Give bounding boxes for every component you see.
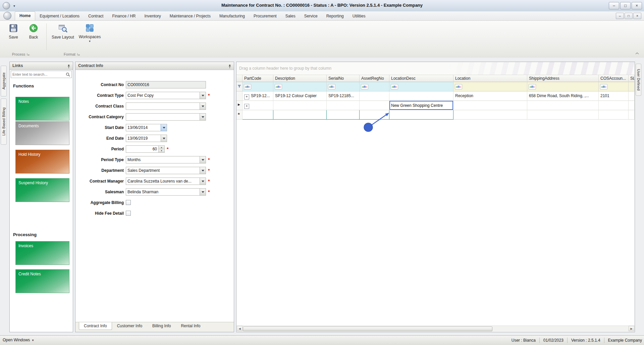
quick-access-caret-icon[interactable]: ▾ bbox=[13, 4, 15, 8]
filter-cell-description[interactable]: aBc bbox=[273, 82, 327, 91]
column-header-serialno[interactable]: SerialNo bbox=[327, 75, 360, 82]
column-header-sl[interactable]: SL bbox=[629, 75, 635, 82]
save-layout-button[interactable]: Save Layout bbox=[49, 22, 76, 52]
suspend-history-button[interactable]: Suspend History bbox=[15, 178, 69, 202]
grid-cell[interactable] bbox=[453, 101, 527, 110]
column-header-assetregno[interactable]: AssetRegNo bbox=[360, 75, 389, 82]
grid-cell[interactable]: SP19-12185... bbox=[327, 91, 360, 101]
side-tab-user-defined[interactable]: User Defined bbox=[636, 64, 641, 96]
document-close-button[interactable]: × bbox=[633, 13, 641, 19]
filter-cell-sl[interactable] bbox=[629, 82, 635, 91]
aggregate-billing-checkbox[interactable] bbox=[126, 200, 131, 205]
chevron-down-icon[interactable] bbox=[161, 124, 167, 131]
chevron-down-icon[interactable] bbox=[200, 189, 206, 195]
contract-category-select[interactable] bbox=[126, 113, 206, 121]
end-date-field[interactable]: 13/06/2019 bbox=[126, 135, 167, 142]
hide-fee-detail-checkbox[interactable] bbox=[126, 211, 131, 216]
filter-type-abc-icon[interactable]: aBc bbox=[529, 84, 536, 89]
chevron-down-icon[interactable] bbox=[200, 167, 206, 174]
filter-cell-assetregno[interactable]: aBc bbox=[360, 82, 389, 91]
contract-type-select[interactable]: Cost Per Copy bbox=[126, 92, 206, 99]
links-search-input[interactable] bbox=[11, 71, 67, 78]
chevron-down-icon[interactable] bbox=[161, 135, 167, 142]
filter-type-abc-icon[interactable]: aBc bbox=[244, 84, 251, 89]
edit-row-indicator[interactable]: ▶ bbox=[236, 101, 243, 110]
save-button[interactable]: Save bbox=[3, 22, 23, 52]
chevron-down-icon[interactable] bbox=[200, 92, 206, 99]
spin-down-icon[interactable]: ▾ bbox=[159, 149, 164, 153]
collapse-ribbon-button[interactable] bbox=[634, 51, 640, 56]
row-indicator[interactable] bbox=[236, 91, 243, 101]
grid-cell[interactable] bbox=[360, 101, 389, 110]
format-dialog-launcher-icon[interactable] bbox=[77, 52, 80, 56]
workspaces-button[interactable]: Workspaces ▾ bbox=[76, 22, 103, 52]
tab-service[interactable]: Service bbox=[300, 12, 322, 20]
grid-cell[interactable]: + bbox=[243, 101, 273, 110]
minimize-button[interactable]: – bbox=[609, 2, 619, 9]
grid-cell[interactable] bbox=[629, 91, 635, 101]
start-date-field[interactable]: 13/06/2014 bbox=[126, 124, 167, 131]
grid-cell[interactable]: Reception bbox=[453, 91, 527, 101]
tab-customer-info[interactable]: Customer Info bbox=[112, 322, 147, 330]
chevron-down-icon[interactable] bbox=[200, 114, 206, 120]
tab-finance-hr[interactable]: Finance / HR bbox=[108, 12, 140, 20]
column-header-partcode[interactable]: PartCode bbox=[243, 75, 273, 82]
period-stepper[interactable]: 60 ▴▾ bbox=[126, 145, 165, 153]
process-dialog-launcher-icon[interactable] bbox=[27, 52, 30, 56]
pin-icon[interactable] bbox=[228, 64, 232, 68]
new-row-indicator[interactable]: * bbox=[236, 110, 243, 120]
grid-cell[interactable] bbox=[360, 91, 389, 101]
salesman-select[interactable]: Belinda Sharman bbox=[126, 188, 206, 196]
tab-rental-info[interactable]: Rental Info bbox=[176, 322, 205, 330]
locationdesc-edit-input[interactable] bbox=[390, 103, 452, 108]
tab-procurement[interactable]: Procurement bbox=[249, 12, 281, 20]
maximize-button[interactable]: □ bbox=[620, 2, 631, 9]
filter-type-abc-icon[interactable]: aBc bbox=[600, 84, 607, 89]
search-icon[interactable] bbox=[66, 72, 70, 78]
expand-row-icon[interactable]: + bbox=[244, 104, 249, 109]
contract-class-select[interactable] bbox=[126, 102, 206, 110]
side-tab-aggregate[interactable]: Aggregate bbox=[1, 66, 7, 96]
side-tab-life-based-billing[interactable]: Life Based Billing bbox=[1, 98, 7, 145]
contract-no-field[interactable]: CO0000016 bbox=[126, 81, 206, 88]
expand-row-icon[interactable]: + bbox=[244, 94, 249, 99]
horizontal-scrollbar[interactable]: ◀ ▶ bbox=[237, 326, 634, 332]
grid-cell[interactable] bbox=[327, 101, 360, 110]
pin-icon[interactable] bbox=[67, 64, 71, 68]
grid-cell[interactable] bbox=[389, 110, 453, 120]
group-by-band[interactable]: Drag a column header here to group by th… bbox=[236, 62, 635, 75]
filter-cell-partcode[interactable]: aBc bbox=[243, 82, 273, 91]
column-header-locationdesc[interactable]: LocationDesc bbox=[389, 75, 453, 82]
tab-equipment-locations[interactable]: Equipment / Locations bbox=[35, 12, 84, 20]
grid-cell[interactable]: +SP19-12... bbox=[243, 91, 273, 101]
invoices-button[interactable]: Invoices bbox=[15, 241, 69, 265]
grid-cell[interactable]: SP19-12 Colour Copier bbox=[273, 91, 327, 101]
filter-cell-cosaccount[interactable]: aBc bbox=[599, 82, 629, 91]
grid-cell[interactable] bbox=[599, 110, 629, 120]
column-header-cosaccount[interactable]: COSAccoun... bbox=[599, 75, 629, 82]
grid-empty-area[interactable] bbox=[236, 120, 635, 326]
department-select[interactable]: Sales Department bbox=[126, 167, 206, 174]
grid-cell[interactable] bbox=[629, 101, 635, 110]
tab-billing-info[interactable]: Billing Info bbox=[147, 322, 176, 330]
grid-cell[interactable] bbox=[599, 101, 629, 110]
grid-cell[interactable] bbox=[389, 91, 453, 101]
contract-manager-select[interactable]: Carolina Suzzetta Lourens van de... bbox=[126, 178, 206, 185]
spin-up-icon[interactable]: ▴ bbox=[159, 146, 164, 149]
tab-maintenance-projects[interactable]: Maintenance / Projects bbox=[165, 12, 215, 20]
grid-cell[interactable] bbox=[273, 101, 327, 110]
close-button[interactable]: × bbox=[632, 2, 642, 9]
filter-type-abc-icon[interactable]: aBc bbox=[328, 84, 335, 89]
tab-manufacturing[interactable]: Manufacturing bbox=[215, 12, 249, 20]
notes-button[interactable]: Notes bbox=[15, 97, 69, 121]
tab-reporting[interactable]: Reporting bbox=[322, 12, 348, 20]
filter-cell-location[interactable]: aBc bbox=[453, 82, 527, 91]
back-button[interactable]: Back bbox=[23, 22, 44, 52]
tab-contract[interactable]: Contract bbox=[84, 12, 108, 20]
chevron-down-icon[interactable] bbox=[200, 178, 206, 185]
period-type-select[interactable]: Months bbox=[126, 156, 206, 163]
application-menu-button[interactable] bbox=[3, 12, 12, 20]
column-header-location[interactable]: Location bbox=[453, 75, 527, 82]
filter-type-abc-icon[interactable]: aBc bbox=[275, 84, 282, 89]
grid-cell[interactable]: 658 Dime Road, South Riding, ,... bbox=[527, 91, 599, 101]
